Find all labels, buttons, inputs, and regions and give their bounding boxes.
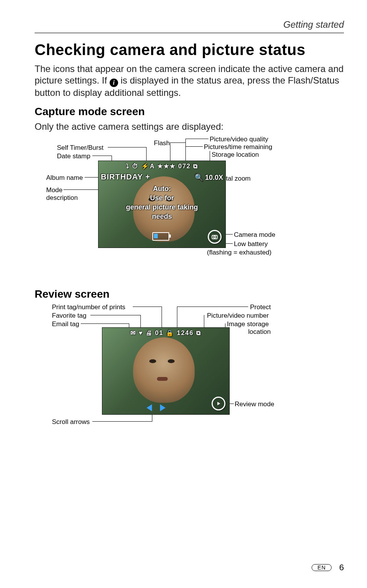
callout-album-name: Album name bbox=[46, 174, 83, 182]
svg-point-1 bbox=[214, 236, 215, 238]
osd-mode-1: Auto: bbox=[98, 185, 225, 193]
callout-low-batt: Low battery bbox=[234, 240, 268, 248]
osd-mode-4: needs bbox=[98, 213, 225, 221]
callout-mode-desc-1: Mode bbox=[46, 186, 63, 194]
callout-storage-1: Image storage bbox=[227, 320, 269, 328]
camera-mode-icon bbox=[208, 230, 222, 244]
callout-scroll-arrows: Scroll arrows bbox=[52, 418, 90, 426]
callout-mode-desc-2: description bbox=[46, 194, 78, 202]
running-head: Getting started bbox=[35, 19, 344, 34]
battery-icon bbox=[152, 232, 169, 241]
scroll-left-icon bbox=[147, 404, 152, 411]
camera-screen-capture: ⤵ ⏱ ⚡A ★★★ 072 ⧉ BIRTHDAY + 🔍 10.0X Auto… bbox=[98, 161, 226, 248]
callout-pic-number: Picture/video number bbox=[207, 312, 269, 320]
osd-album-text: BIRTHDAY bbox=[101, 173, 143, 181]
osd-review-top: ✉ ♥ 🖨 01 🔒 1246 ⧉ bbox=[102, 329, 229, 337]
osd-mode-2: Use for bbox=[98, 194, 225, 202]
camera-screen-review: ✉ ♥ 🖨 01 🔒 1246 ⧉ bbox=[102, 327, 230, 415]
callout-email-tag: Email tag bbox=[52, 320, 79, 328]
svg-marker-2 bbox=[217, 402, 220, 405]
callout-review-mode: Review mode bbox=[235, 400, 274, 408]
callout-camera-mode: Camera mode bbox=[234, 231, 275, 239]
callout-remaining: Pictures/time remaining bbox=[204, 143, 272, 151]
callout-favorite-tag: Favorite tag bbox=[52, 312, 87, 320]
osd-top-icons: ⤵ ⏱ ⚡A ★★★ 072 ⧉ bbox=[98, 162, 225, 170]
page-title: Checking camera and picture status bbox=[35, 41, 344, 59]
osd-album: BIRTHDAY + bbox=[101, 173, 150, 181]
review-mode-icon bbox=[212, 397, 225, 410]
review-diagram: Print tag/number of prints Favorite tag … bbox=[35, 303, 344, 431]
callout-print-tag: Print tag/number of prints bbox=[52, 303, 125, 311]
capture-heading: Capture mode screen bbox=[35, 106, 344, 118]
callout-storage-2: location bbox=[248, 328, 271, 336]
lang-indicator: EN bbox=[312, 564, 331, 571]
callout-self-timer: Self Timer/Burst bbox=[57, 144, 103, 152]
callout-storage: Storage location bbox=[212, 151, 259, 159]
capture-diagram: Self Timer/Burst Date stamp Flash Pictur… bbox=[35, 139, 344, 274]
callout-date-stamp: Date stamp bbox=[57, 152, 90, 160]
page-number: 6 bbox=[339, 563, 344, 573]
intro-paragraph: The icons that appear on the camera scre… bbox=[35, 63, 344, 99]
callout-quality: Picture/video quality bbox=[210, 136, 268, 143]
review-heading: Review screen bbox=[35, 288, 344, 300]
callout-low-batt-sub: (flashing = exhausted) bbox=[207, 249, 272, 256]
page-footer: EN 6 bbox=[312, 563, 344, 573]
callout-flash: Flash bbox=[154, 139, 170, 147]
scroll-right-icon bbox=[160, 404, 165, 411]
osd-zoom-value: 10.0X bbox=[205, 174, 223, 181]
zoom-icon: 🔍 bbox=[195, 174, 203, 181]
capture-subtext: Only the active camera settings are disp… bbox=[35, 121, 344, 132]
osd-album-plus: + bbox=[145, 173, 150, 181]
info-icon: i bbox=[110, 79, 118, 87]
osd-mode-3: general picture taking bbox=[98, 203, 225, 211]
osd-zoom: 🔍 10.0X bbox=[195, 173, 223, 182]
callout-protect: Protect bbox=[250, 303, 271, 311]
